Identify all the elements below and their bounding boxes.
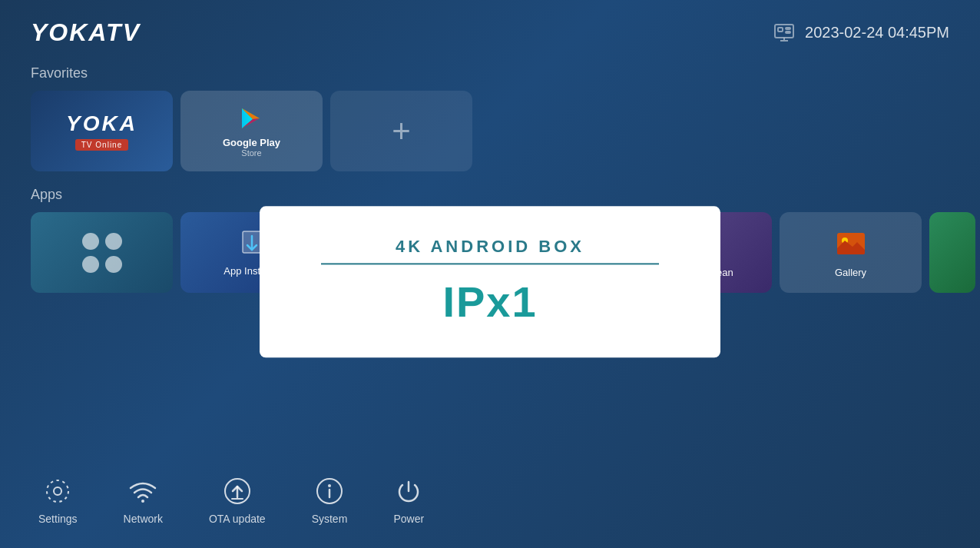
upload-icon <box>222 476 253 506</box>
svg-point-14 <box>54 487 61 495</box>
overlay-subtitle: 4K ANDROID BOX <box>321 237 659 257</box>
svg-point-16 <box>141 500 144 503</box>
yoka-grid <box>74 225 130 281</box>
overlay-divider <box>321 263 659 264</box>
wifi-icon <box>127 476 158 506</box>
apps-label: Apps <box>0 187 980 203</box>
datetime-text: 2023-02-24 04:45PM <box>805 24 949 42</box>
system-label: System <box>312 513 348 525</box>
favorites-section: Favorites YOKA TV Online <box>0 65 980 171</box>
nav-power[interactable]: Power <box>370 468 447 533</box>
gallery-label: Gallery <box>835 267 866 278</box>
power-icon <box>393 476 424 506</box>
nav-network[interactable]: Network <box>101 468 186 533</box>
app-yoka[interactable] <box>31 212 173 293</box>
svg-point-15 <box>47 480 68 502</box>
yoka-sublabel: TV Online <box>75 139 128 151</box>
app-partial[interactable] <box>929 212 975 293</box>
app-gallery[interactable]: Gallery <box>780 212 922 293</box>
favorite-add[interactable]: + <box>330 91 472 171</box>
svg-rect-1 <box>778 28 783 32</box>
favorites-label: Favorites <box>0 65 980 81</box>
google-play-icon <box>238 105 266 132</box>
monitor-icon <box>773 22 796 45</box>
yoka-logo: YOKA <box>66 111 137 136</box>
ota-label: OTA update <box>209 513 266 525</box>
favorite-yoka[interactable]: YOKA TV Online <box>31 91 173 171</box>
svg-rect-2 <box>786 28 790 29</box>
overlay-modal: 4K ANDROID BOX IPx1 <box>260 206 720 357</box>
network-label: Network <box>124 513 163 525</box>
nav-ota-update[interactable]: OTA update <box>186 468 289 533</box>
favorite-google-play[interactable]: Google Play Store <box>180 91 323 171</box>
add-icon: + <box>392 113 411 150</box>
settings-label: Settings <box>38 513 78 525</box>
svg-point-19 <box>328 484 331 487</box>
info-icon <box>314 476 345 506</box>
nav-system[interactable]: System <box>289 468 371 533</box>
svg-rect-3 <box>786 32 790 33</box>
datetime: 2023-02-24 04:45PM <box>773 22 949 45</box>
overlay-title: IPx1 <box>321 277 659 327</box>
header: YOKATV 2023-02-24 04:45PM <box>0 0 980 65</box>
logo: YOKATV <box>31 18 141 47</box>
nav-settings[interactable]: Settings <box>15 468 101 533</box>
favorites-row: YOKA TV Online <box>0 91 980 171</box>
power-label: Power <box>393 513 424 525</box>
settings-icon <box>42 476 73 506</box>
google-play-label: Google Play Store <box>223 137 280 158</box>
gallery-icon <box>834 227 868 261</box>
bottom-nav: Settings Network OTA update <box>0 460 980 548</box>
